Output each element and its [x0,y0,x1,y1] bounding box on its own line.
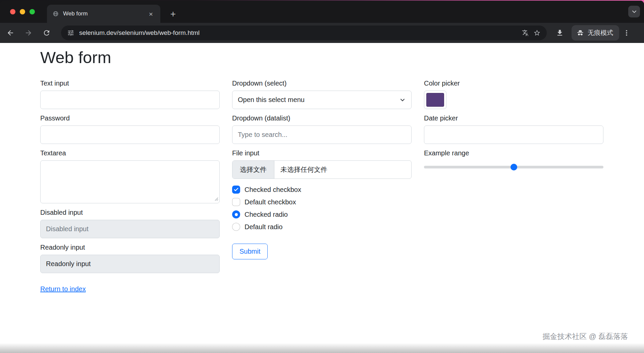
web-page: Web form Text input Password Textarea [0,43,644,353]
back-button[interactable] [4,27,17,39]
radio-row[interactable]: Default radio [232,222,412,232]
back-arrow-icon [6,29,14,37]
password-group: Password [40,114,220,144]
minimize-window-button[interactable] [20,9,25,14]
readonly-input-label: Readonly input [40,243,220,251]
tune-icon [67,29,74,37]
download-icon [556,29,564,37]
readonly-input-group: Readonly input [40,243,220,273]
file-input-group: File input 选择文件 未选择任何文件 [232,149,412,179]
radio-label[interactable]: Checked radio [245,211,288,218]
form-column-3: Color picker Date picker Example range [424,79,603,293]
tab-close-icon[interactable]: × [147,10,155,18]
address-bar[interactable]: selenium.dev/selenium/web/web-form.html [61,26,547,40]
reload-button[interactable] [40,27,53,39]
close-window-button[interactable] [10,9,15,14]
browser-tab[interactable]: Web form × [47,5,160,23]
disabled-input-label: Disabled input [40,208,220,216]
dropdown-select-group: Dropdown (select) Open this select menu [232,79,412,109]
translate-button[interactable] [520,27,531,39]
text-input-group: Text input [40,79,220,109]
dropdown-datalist-group: Dropdown (datalist) [232,114,412,144]
range-thumb[interactable] [511,164,517,170]
star-icon [533,29,541,37]
chevron-down-icon [631,8,638,15]
disabled-input [40,220,220,238]
checked-radio[interactable] [232,210,240,218]
return-to-index-link[interactable]: Return to index [40,285,86,293]
submit-button[interactable]: Submit [232,244,268,259]
chevron-down-icon [399,97,406,103]
datalist-input[interactable] [232,125,412,144]
tab-search-button[interactable] [628,6,640,17]
forward-button[interactable] [22,27,35,39]
link-row: Return to index [40,285,220,293]
readonly-input[interactable] [40,255,220,273]
incognito-badge[interactable]: 无痕模式 [572,25,619,41]
downloads-button[interactable] [553,27,566,39]
range-slider[interactable] [424,160,603,174]
radio-label[interactable]: Default radio [245,223,282,231]
tab-title: Web form [63,10,88,17]
range-label: Example range [424,149,603,157]
check-icon [233,187,239,192]
default-checkbox[interactable] [232,198,240,206]
incognito-label: 无痕模式 [588,29,613,37]
checkbox-row[interactable]: Checked checkbox [232,185,412,195]
textarea-label: Textarea [40,149,220,157]
color-swatch [426,93,444,107]
date-picker-input[interactable] [424,125,603,144]
text-input-label: Text input [40,79,220,87]
form-grid: Text input Password Textarea Di [40,79,644,293]
zoom-window-button[interactable] [30,9,35,14]
watermark-text: 掘金技术社区 @ 磊磊落落 [542,332,628,342]
textarea-group: Textarea [40,149,220,203]
tab-strip: Web form × + [0,1,644,23]
text-input[interactable] [40,91,220,109]
file-status-text: 未选择任何文件 [274,161,333,179]
file-input-label: File input [232,149,412,157]
default-radio[interactable] [232,223,240,231]
reload-icon [43,29,51,37]
resize-grip-icon[interactable] [214,196,218,201]
browser-window: Web form × + selenium.dev/selenium/ [0,1,644,353]
three-dots-icon [623,29,630,37]
color-picker-input[interactable] [424,91,446,109]
browser-menu-button[interactable] [621,27,632,39]
incognito-icon [576,29,584,37]
browser-toolbar: selenium.dev/selenium/web/web-form.html [0,23,644,43]
bookmark-button[interactable] [531,27,543,39]
checkbox-label[interactable]: Default checkbox [245,198,296,206]
form-column-1: Text input Password Textarea Di [40,79,220,293]
textarea-input[interactable] [40,160,220,203]
range-group: Example range [424,149,603,174]
traffic-lights [10,9,35,14]
password-input[interactable] [40,125,220,144]
dropdown-select-label: Dropdown (select) [232,79,412,87]
page-title: Web form [40,48,644,67]
dropdown-select-value: Open this select menu [238,96,305,104]
password-label: Password [40,114,220,122]
date-picker-label: Date picker [424,114,603,122]
file-choose-button[interactable]: 选择文件 [232,161,274,179]
radio-row[interactable]: Checked radio [232,209,412,219]
dropdown-datalist-label: Dropdown (datalist) [232,114,412,122]
dropdown-select[interactable]: Open this select menu [232,91,412,109]
file-input[interactable]: 选择文件 未选择任何文件 [232,160,412,179]
checkbox-label[interactable]: Checked checkbox [245,186,301,194]
globe-favicon-icon [52,10,59,17]
url-text: selenium.dev/selenium/web/web-form.html [79,29,200,37]
form-column-2: Dropdown (select) Open this select menu … [232,79,412,293]
color-picker-group: Color picker [424,79,603,109]
color-picker-label: Color picker [424,79,603,87]
date-picker-group: Date picker [424,114,603,144]
checked-checkbox[interactable] [232,186,240,194]
disabled-input-group: Disabled input [40,208,220,238]
new-tab-button[interactable]: + [167,8,179,20]
site-info-button[interactable] [65,27,76,39]
checkbox-radio-list: Checked checkbox Default checkbox Checke… [232,185,412,232]
forward-arrow-icon [24,29,33,37]
checkbox-row[interactable]: Default checkbox [232,197,412,207]
translate-icon [522,29,529,37]
